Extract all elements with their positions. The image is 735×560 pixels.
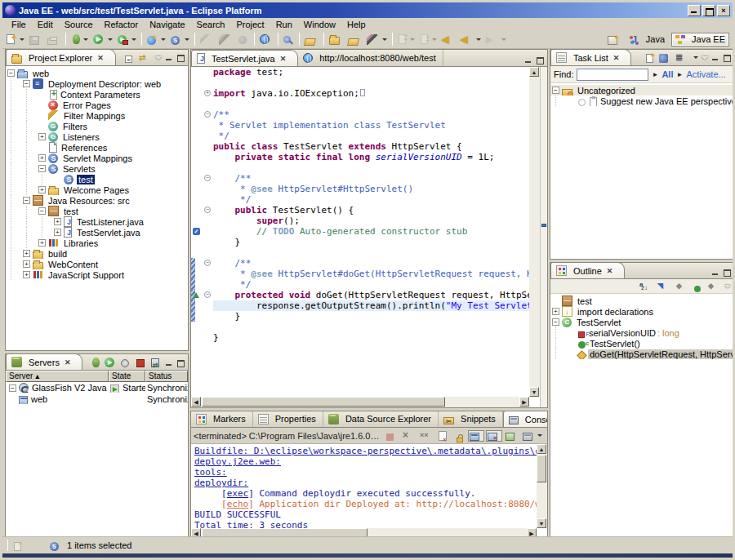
publish-server-icon[interactable]: [151, 358, 159, 367]
code-line[interactable]: response.getOutputStream().println("My T…: [191, 300, 547, 311]
close-icon[interactable]: ✕: [613, 54, 620, 62]
next-annotation-button[interactable]: [395, 31, 417, 47]
editor-tab-http-localhost-8080-web-test[interactable]: http://localhost:8080/web/test: [298, 50, 443, 66]
remove-launch-button[interactable]: [399, 429, 416, 442]
tab-snippets[interactable]: Snippets: [439, 411, 503, 427]
new-task-icon[interactable]: [646, 54, 653, 63]
java-search-button[interactable]: [281, 31, 296, 47]
code-line[interactable]: private static final long serialVersionU…: [191, 152, 547, 162]
collapse-fold-icon[interactable]: −: [204, 207, 211, 213]
outline-item[interactable]: serialVersionUID : long: [550, 327, 734, 338]
code-line[interactable]: * @see HttpServlet#HttpServlet(): [191, 184, 547, 194]
project-tree-item[interactable]: +Listeners: [6, 131, 188, 142]
hide-non-public-icon[interactable]: [694, 286, 701, 292]
task-repository-icon[interactable]: [659, 54, 668, 63]
console-content[interactable]: Buildfile: D:\eclipse\workspace-perspect…: [191, 444, 547, 539]
code-line[interactable]: [191, 322, 547, 332]
console-link[interactable]: Buildfile: D:\eclipse\workspace-perspect…: [194, 446, 547, 456]
menu-navigate[interactable]: Navigate: [144, 19, 190, 30]
pen-tool-button[interactable]: [216, 31, 235, 47]
maximize-button[interactable]: [702, 5, 715, 16]
close-icon[interactable]: ✕: [607, 267, 613, 275]
run-button[interactable]: [91, 31, 115, 47]
servers-column-state[interactable]: State: [109, 371, 145, 382]
profile-server-icon[interactable]: [121, 359, 129, 367]
chevron-down-icon[interactable]: [108, 38, 113, 41]
show-on-stdout-button[interactable]: [468, 430, 484, 442]
tab-data-source-explorer[interactable]: Data Source Explorer: [323, 411, 439, 427]
code-area[interactable]: package test;+import java.io.IOException…: [191, 67, 547, 407]
project-tree-item[interactable]: Filter Mappings: [6, 110, 188, 121]
new-servlet-wizard-button[interactable]: [168, 31, 192, 47]
minimize-button[interactable]: [688, 5, 701, 16]
code-line[interactable]: [191, 99, 547, 109]
overview-ruler[interactable]: [540, 67, 547, 407]
task-marker-icon[interactable]: ✓: [193, 228, 200, 235]
console-vscrollbar[interactable]: ▲ ▼: [537, 444, 547, 528]
collapse-fold-icon[interactable]: −: [204, 111, 211, 118]
maximize-view-icon[interactable]: [176, 54, 185, 61]
minimize-view-icon[interactable]: [165, 54, 173, 61]
open-web-browser-button[interactable]: [257, 31, 275, 47]
hide-local-types-icon[interactable]: [706, 281, 717, 291]
project-tree-item[interactable]: +JavaScript Support: [6, 269, 188, 280]
code-line[interactable]: public class TestServlet extends HttpSer…: [191, 141, 547, 152]
pin-console-button[interactable]: [504, 430, 519, 442]
expand-fold-icon[interactable]: +: [204, 90, 211, 96]
editor-hscrollbar[interactable]: ◀ ▶: [191, 397, 529, 407]
open-perspective-button[interactable]: [605, 31, 623, 47]
menu-run[interactable]: Run: [270, 19, 298, 30]
maximize-view-icon[interactable]: [536, 56, 544, 64]
back-button[interactable]: [458, 31, 483, 47]
collapse-fold-icon[interactable]: −: [204, 175, 211, 181]
menu-project[interactable]: Project: [230, 19, 270, 30]
open-resource-button[interactable]: [327, 31, 345, 47]
menu-window[interactable]: Window: [298, 19, 341, 30]
minimize-view-icon[interactable]: [711, 269, 719, 276]
hide-static-members-icon[interactable]: [675, 281, 685, 291]
project-tree-item[interactable]: +TestServlet.java: [6, 227, 188, 238]
project-tree-item[interactable]: +Welcome Pages: [6, 184, 188, 195]
chevron-down-icon[interactable]: [185, 38, 189, 41]
forward-button[interactable]: [483, 31, 509, 47]
task-list-item[interactable]: −Uncategorized: [550, 85, 734, 96]
project-tree-item[interactable]: +TestListener.java: [6, 216, 188, 227]
menu-source[interactable]: Source: [59, 19, 99, 30]
maximize-view-icon[interactable]: [176, 359, 185, 367]
outline-item[interactable]: test: [550, 296, 734, 306]
expand-toggle[interactable]: +: [38, 186, 46, 193]
start-server-icon[interactable]: [105, 358, 114, 367]
project-tree-item[interactable]: −Java Resources: src: [6, 195, 188, 206]
categorized-view-icon[interactable]: [675, 52, 685, 63]
tab-outline[interactable]: Outline ✕: [550, 262, 625, 278]
console-link[interactable]: echo: [227, 499, 249, 509]
filter-all-link[interactable]: All: [662, 69, 673, 79]
task-radio-icon[interactable]: [578, 99, 586, 106]
chevron-down-icon[interactable]: [382, 38, 387, 41]
code-line[interactable]: */: [191, 279, 547, 290]
project-tree-item[interactable]: −test: [6, 206, 188, 216]
expand-toggle[interactable]: +: [38, 239, 46, 247]
debug-button[interactable]: [69, 31, 91, 47]
code-line[interactable]: }: [191, 332, 547, 343]
project-tree-item[interactable]: +Servlet Mappings: [6, 153, 188, 163]
collapse-all-icon[interactable]: [125, 56, 132, 63]
collapse-toggle[interactable]: −: [38, 207, 46, 215]
chevron-down-icon[interactable]: [476, 38, 481, 41]
expand-toggle[interactable]: +: [54, 229, 61, 236]
expand-toggle[interactable]: +: [23, 260, 30, 268]
console-link[interactable]: tools:: [194, 467, 227, 478]
code-line[interactable]: }: [191, 237, 547, 247]
chevron-down-icon[interactable]: [432, 38, 437, 41]
tab-markers[interactable]: Markers: [191, 411, 253, 427]
menu-refactor[interactable]: Refactor: [99, 19, 145, 30]
project-tree-item[interactable]: +build: [6, 248, 188, 259]
close-icon[interactable]: ✕: [280, 55, 287, 63]
project-tree-item[interactable]: References: [6, 142, 188, 153]
task-overview-marker[interactable]: [541, 224, 546, 227]
run-external-tools-button[interactable]: [115, 31, 139, 47]
code-line[interactable]: */: [191, 131, 547, 141]
outline-item[interactable]: +import declarations: [550, 306, 734, 317]
expand-toggle[interactable]: +: [23, 250, 30, 257]
mark-occurrences-button[interactable]: [364, 31, 390, 47]
